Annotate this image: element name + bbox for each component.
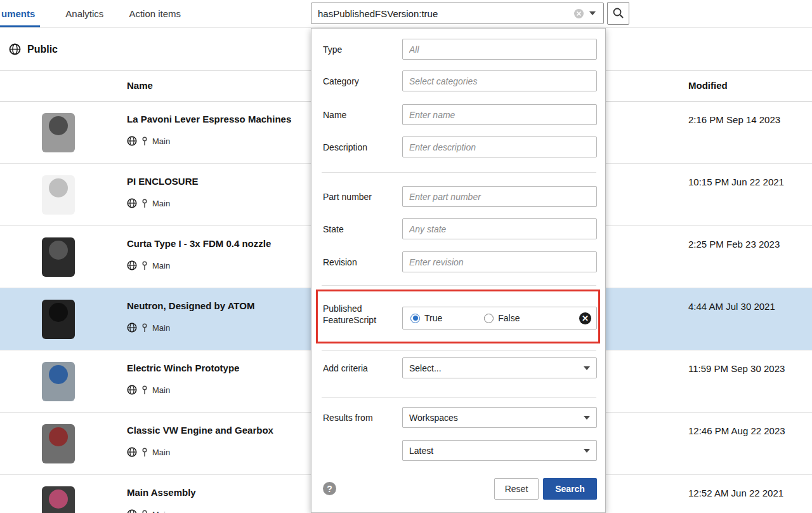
part-number-label: Part number bbox=[323, 191, 398, 203]
document-name: Classic VW Engine and Gearbox bbox=[127, 425, 273, 436]
chevron-down-icon bbox=[584, 416, 590, 420]
category-label: Category bbox=[323, 76, 398, 87]
description-input[interactable] bbox=[402, 137, 597, 157]
globe-icon bbox=[9, 43, 21, 55]
separator bbox=[322, 397, 596, 398]
document-thumbnail bbox=[24, 166, 93, 223]
globe-icon bbox=[127, 136, 137, 146]
revision-input[interactable] bbox=[402, 251, 597, 272]
document-thumbnail bbox=[24, 353, 93, 410]
part-number-input[interactable] bbox=[402, 186, 597, 207]
published-featurescript-control: True False ✕ bbox=[402, 307, 597, 330]
document-meta: Main bbox=[127, 447, 170, 457]
version-dropdown[interactable]: Latest bbox=[402, 440, 597, 461]
modified-timestamp: 12:46 PM Aug 22 2023 bbox=[688, 425, 785, 436]
document-meta: Main bbox=[127, 136, 170, 146]
add-criteria-dropdown[interactable]: Select... bbox=[402, 357, 597, 378]
filter-search-button[interactable]: Search bbox=[543, 478, 597, 500]
document-thumbnail bbox=[24, 104, 93, 161]
globe-icon bbox=[127, 509, 137, 513]
radio-true-label: True bbox=[424, 313, 442, 323]
separator bbox=[322, 285, 596, 286]
tab-analytics-label: Analytics bbox=[65, 8, 103, 19]
document-name: Curta Type I - 3x FDM 0.4 nozzle bbox=[127, 238, 271, 249]
modified-timestamp: 2:16 PM Sep 14 2023 bbox=[688, 114, 780, 125]
tab-analytics[interactable]: Analytics bbox=[65, 0, 103, 27]
search-submit-button[interactable] bbox=[607, 2, 629, 25]
search-filter-panel: Type Category Name Description Part numb… bbox=[311, 28, 606, 513]
separator bbox=[322, 172, 596, 173]
tab-action-items-label: Action items bbox=[129, 8, 181, 19]
document-name: Electric Winch Prototype bbox=[127, 363, 239, 373]
chevron-down-icon bbox=[584, 366, 590, 370]
document-meta: Main bbox=[127, 260, 170, 270]
globe-icon bbox=[127, 447, 137, 457]
branch-name: Main bbox=[152, 448, 170, 457]
name-label: Name bbox=[323, 109, 398, 121]
magnifier-icon bbox=[612, 7, 625, 20]
separator bbox=[322, 350, 596, 351]
branch-name: Main bbox=[152, 385, 170, 395]
section-title: Public bbox=[27, 44, 58, 55]
published-featurescript-label: Published FeatureScript bbox=[323, 303, 393, 326]
branch-name: Main bbox=[152, 261, 170, 270]
category-input[interactable] bbox=[402, 70, 597, 91]
state-input[interactable] bbox=[402, 218, 597, 239]
tab-action-items[interactable]: Action items bbox=[129, 0, 181, 27]
modified-timestamp: 12:52 AM Jun 22 2021 bbox=[688, 488, 783, 498]
document-thumbnail bbox=[24, 415, 93, 472]
radio-false-label: False bbox=[498, 313, 520, 323]
type-label: Type bbox=[323, 44, 398, 55]
revision-label: Revision bbox=[323, 256, 398, 268]
column-header-name[interactable]: Name bbox=[127, 80, 153, 91]
branch-name: Main bbox=[152, 510, 170, 513]
branch-name: Main bbox=[152, 323, 170, 333]
globe-icon bbox=[127, 323, 137, 333]
document-meta: Main bbox=[127, 323, 170, 333]
version-value: Latest bbox=[409, 446, 433, 456]
branch-name: Main bbox=[152, 137, 170, 146]
branch-icon bbox=[141, 510, 148, 513]
radio-option-false[interactable]: False bbox=[484, 313, 520, 323]
document-meta: Main bbox=[127, 509, 170, 513]
branch-icon bbox=[141, 448, 148, 457]
document-thumbnail bbox=[24, 477, 93, 513]
radio-false-icon[interactable] bbox=[484, 314, 494, 323]
results-from-dropdown[interactable]: Workspaces bbox=[402, 407, 597, 428]
add-criteria-label: Add criteria bbox=[323, 363, 398, 374]
state-label: State bbox=[323, 223, 398, 235]
document-name: PI ENCLOSURE bbox=[127, 176, 199, 187]
globe-icon bbox=[127, 260, 137, 270]
radio-option-true[interactable]: True bbox=[410, 313, 442, 323]
branch-icon bbox=[141, 385, 148, 395]
column-header-modified[interactable]: Modified bbox=[688, 80, 728, 91]
chevron-down-icon bbox=[584, 449, 590, 453]
modified-timestamp: 2:25 PM Feb 23 2023 bbox=[688, 239, 780, 250]
document-thumbnail bbox=[24, 229, 93, 286]
branch-icon bbox=[141, 323, 148, 333]
document-name: La Pavoni Lever Espresso Machines bbox=[127, 114, 291, 124]
modified-timestamp: 11:59 PM Sep 30 2023 bbox=[688, 363, 785, 374]
reset-button[interactable]: Reset bbox=[494, 478, 539, 500]
radio-true-icon[interactable] bbox=[410, 314, 420, 323]
tab-documents[interactable]: uments bbox=[0, 0, 40, 27]
document-thumbnail bbox=[24, 291, 93, 348]
branch-icon bbox=[141, 261, 148, 270]
globe-icon bbox=[127, 385, 137, 395]
modified-timestamp: 4:44 AM Jul 30 2021 bbox=[688, 301, 775, 312]
help-icon[interactable]: ? bbox=[323, 482, 336, 495]
branch-icon bbox=[141, 199, 148, 208]
search-dropdown-caret-icon[interactable] bbox=[587, 11, 598, 15]
document-name: Main Assembly bbox=[127, 487, 196, 498]
search-clear-icon[interactable] bbox=[571, 8, 587, 19]
results-from-label: Results from bbox=[323, 412, 398, 423]
clear-criterion-icon[interactable]: ✕ bbox=[579, 312, 591, 324]
search-box bbox=[311, 3, 604, 24]
name-input[interactable] bbox=[402, 104, 597, 125]
search-input[interactable] bbox=[311, 8, 571, 19]
branch-icon bbox=[141, 137, 148, 146]
type-input[interactable] bbox=[402, 39, 597, 60]
modified-timestamp: 10:15 PM Jun 22 2021 bbox=[688, 177, 784, 187]
add-criteria-value: Select... bbox=[409, 363, 442, 373]
globe-icon bbox=[127, 198, 137, 208]
